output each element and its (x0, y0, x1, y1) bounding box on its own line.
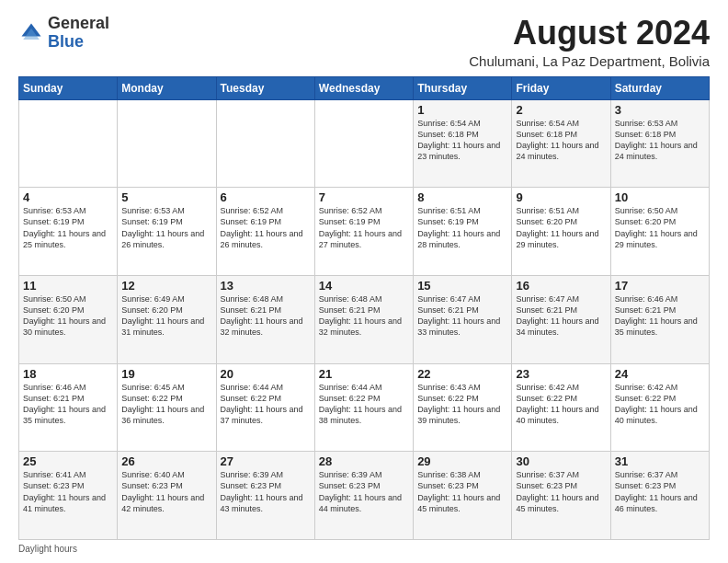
calendar-page: General Blue August 2024 Chulumani, La P… (0, 0, 728, 563)
calendar-cell: 1Sunrise: 6:54 AM Sunset: 6:18 PM Daylig… (414, 99, 512, 188)
calendar-cell: 9Sunrise: 6:51 AM Sunset: 6:20 PM Daylig… (512, 188, 610, 276)
dow-header: Thursday (414, 76, 512, 99)
calendar-table: SundayMondayTuesdayWednesdayThursdayFrid… (18, 76, 710, 540)
calendar-cell: 20Sunrise: 6:44 AM Sunset: 6:22 PM Dayli… (216, 363, 314, 452)
day-number: 22 (417, 367, 507, 381)
cell-info: Sunrise: 6:48 AM Sunset: 6:21 PM Dayligh… (221, 293, 311, 339)
cell-info: Sunrise: 6:46 AM Sunset: 6:21 PM Dayligh… (615, 293, 705, 339)
calendar-cell: 21Sunrise: 6:44 AM Sunset: 6:22 PM Dayli… (314, 363, 413, 452)
calendar-cell: 5Sunrise: 6:53 AM Sunset: 6:19 PM Daylig… (118, 188, 216, 276)
calendar-cell: 2Sunrise: 6:54 AM Sunset: 6:18 PM Daylig… (512, 99, 610, 188)
calendar-cell: 11Sunrise: 6:50 AM Sunset: 6:20 PM Dayli… (19, 275, 118, 363)
day-number: 11 (23, 279, 113, 293)
logo: General Blue (18, 15, 109, 52)
day-number: 17 (615, 279, 705, 293)
cell-info: Sunrise: 6:52 AM Sunset: 6:19 PM Dayligh… (221, 205, 311, 250)
calendar-cell: 27Sunrise: 6:39 AM Sunset: 6:23 PM Dayli… (216, 452, 314, 540)
calendar-cell: 7Sunrise: 6:52 AM Sunset: 6:19 PM Daylig… (314, 188, 413, 276)
cell-info: Sunrise: 6:54 AM Sunset: 6:18 PM Dayligh… (417, 118, 507, 163)
dow-header: Tuesday (216, 76, 314, 99)
cell-info: Sunrise: 6:48 AM Sunset: 6:21 PM Dayligh… (319, 293, 409, 339)
cell-info: Sunrise: 6:51 AM Sunset: 6:19 PM Dayligh… (417, 205, 507, 250)
cell-info: Sunrise: 6:47 AM Sunset: 6:21 PM Dayligh… (417, 293, 507, 339)
calendar-cell: 10Sunrise: 6:50 AM Sunset: 6:20 PM Dayli… (610, 188, 709, 276)
day-number: 4 (23, 190, 113, 204)
cell-info: Sunrise: 6:37 AM Sunset: 6:23 PM Dayligh… (516, 469, 606, 514)
day-number: 6 (221, 190, 311, 204)
cell-info: Sunrise: 6:45 AM Sunset: 6:22 PM Dayligh… (121, 382, 211, 427)
cell-info: Sunrise: 6:44 AM Sunset: 6:22 PM Dayligh… (221, 382, 311, 427)
calendar-cell: 26Sunrise: 6:40 AM Sunset: 6:23 PM Dayli… (118, 452, 216, 540)
calendar-cell: 13Sunrise: 6:48 AM Sunset: 6:21 PM Dayli… (216, 275, 314, 363)
calendar-cell: 19Sunrise: 6:45 AM Sunset: 6:22 PM Dayli… (118, 363, 216, 452)
day-number: 14 (319, 279, 409, 293)
day-number: 13 (221, 279, 311, 293)
calendar-cell: 14Sunrise: 6:48 AM Sunset: 6:21 PM Dayli… (314, 275, 413, 363)
calendar-cell: 12Sunrise: 6:49 AM Sunset: 6:20 PM Dayli… (118, 275, 216, 363)
month-title: August 2024 (469, 15, 710, 52)
calendar-cell: 28Sunrise: 6:39 AM Sunset: 6:23 PM Dayli… (314, 452, 413, 540)
day-number: 23 (516, 367, 606, 381)
cell-info: Sunrise: 6:41 AM Sunset: 6:23 PM Dayligh… (23, 469, 113, 514)
day-number: 8 (417, 190, 507, 204)
calendar-cell (118, 99, 216, 188)
day-number: 25 (23, 454, 113, 468)
dow-header: Sunday (19, 76, 118, 99)
calendar-cell: 4Sunrise: 6:53 AM Sunset: 6:19 PM Daylig… (19, 188, 118, 276)
days-of-week-row: SundayMondayTuesdayWednesdayThursdayFrid… (19, 76, 710, 99)
footer-note: Daylight hours (18, 544, 710, 554)
calendar-cell (19, 99, 118, 188)
day-number: 19 (121, 367, 211, 381)
day-number: 24 (615, 367, 705, 381)
calendar-cell: 18Sunrise: 6:46 AM Sunset: 6:21 PM Dayli… (19, 363, 118, 452)
calendar-cell: 31Sunrise: 6:37 AM Sunset: 6:23 PM Dayli… (610, 452, 709, 540)
day-number: 12 (121, 279, 211, 293)
calendar-cell: 16Sunrise: 6:47 AM Sunset: 6:21 PM Dayli… (512, 275, 610, 363)
cell-info: Sunrise: 6:44 AM Sunset: 6:22 PM Dayligh… (319, 382, 409, 427)
day-number: 26 (121, 454, 211, 468)
cell-info: Sunrise: 6:37 AM Sunset: 6:23 PM Dayligh… (615, 469, 705, 514)
calendar-cell: 24Sunrise: 6:42 AM Sunset: 6:22 PM Dayli… (610, 363, 709, 452)
cell-info: Sunrise: 6:53 AM Sunset: 6:19 PM Dayligh… (23, 205, 113, 250)
cell-info: Sunrise: 6:39 AM Sunset: 6:23 PM Dayligh… (319, 469, 409, 514)
cell-info: Sunrise: 6:51 AM Sunset: 6:20 PM Dayligh… (516, 205, 606, 250)
day-number: 18 (23, 367, 113, 381)
calendar-cell: 15Sunrise: 6:47 AM Sunset: 6:21 PM Dayli… (414, 275, 512, 363)
cell-info: Sunrise: 6:53 AM Sunset: 6:18 PM Dayligh… (615, 118, 705, 163)
dow-header: Monday (118, 76, 216, 99)
cell-info: Sunrise: 6:39 AM Sunset: 6:23 PM Dayligh… (221, 469, 311, 514)
day-number: 15 (417, 279, 507, 293)
day-number: 2 (516, 103, 606, 117)
cell-info: Sunrise: 6:47 AM Sunset: 6:21 PM Dayligh… (516, 293, 606, 339)
calendar-cell: 25Sunrise: 6:41 AM Sunset: 6:23 PM Dayli… (19, 452, 118, 540)
day-number: 7 (319, 190, 409, 204)
calendar-cell: 3Sunrise: 6:53 AM Sunset: 6:18 PM Daylig… (610, 99, 709, 188)
header: General Blue August 2024 Chulumani, La P… (18, 15, 710, 69)
cell-info: Sunrise: 6:42 AM Sunset: 6:22 PM Dayligh… (615, 382, 705, 427)
day-number: 9 (516, 190, 606, 204)
day-number: 1 (417, 103, 507, 117)
cell-info: Sunrise: 6:50 AM Sunset: 6:20 PM Dayligh… (23, 293, 113, 339)
calendar-cell (216, 99, 314, 188)
calendar-cell: 8Sunrise: 6:51 AM Sunset: 6:19 PM Daylig… (414, 188, 512, 276)
dow-header: Friday (512, 76, 610, 99)
dow-header: Saturday (610, 76, 709, 99)
calendar-cell: 17Sunrise: 6:46 AM Sunset: 6:21 PM Dayli… (610, 275, 709, 363)
dow-header: Wednesday (314, 76, 413, 99)
calendar-week-row: 25Sunrise: 6:41 AM Sunset: 6:23 PM Dayli… (19, 452, 710, 540)
calendar-body: 1Sunrise: 6:54 AM Sunset: 6:18 PM Daylig… (19, 99, 710, 539)
calendar-cell: 22Sunrise: 6:43 AM Sunset: 6:22 PM Dayli… (414, 363, 512, 452)
calendar-cell: 30Sunrise: 6:37 AM Sunset: 6:23 PM Dayli… (512, 452, 610, 540)
calendar-week-row: 1Sunrise: 6:54 AM Sunset: 6:18 PM Daylig… (19, 99, 710, 188)
logo-icon (18, 20, 44, 46)
day-number: 16 (516, 279, 606, 293)
day-number: 31 (615, 454, 705, 468)
cell-info: Sunrise: 6:54 AM Sunset: 6:18 PM Dayligh… (516, 118, 606, 163)
cell-info: Sunrise: 6:53 AM Sunset: 6:19 PM Dayligh… (121, 205, 211, 250)
cell-info: Sunrise: 6:40 AM Sunset: 6:23 PM Dayligh… (121, 469, 211, 514)
day-number: 30 (516, 454, 606, 468)
day-number: 20 (221, 367, 311, 381)
calendar-cell: 6Sunrise: 6:52 AM Sunset: 6:19 PM Daylig… (216, 188, 314, 276)
day-number: 21 (319, 367, 409, 381)
cell-info: Sunrise: 6:49 AM Sunset: 6:20 PM Dayligh… (121, 293, 211, 339)
